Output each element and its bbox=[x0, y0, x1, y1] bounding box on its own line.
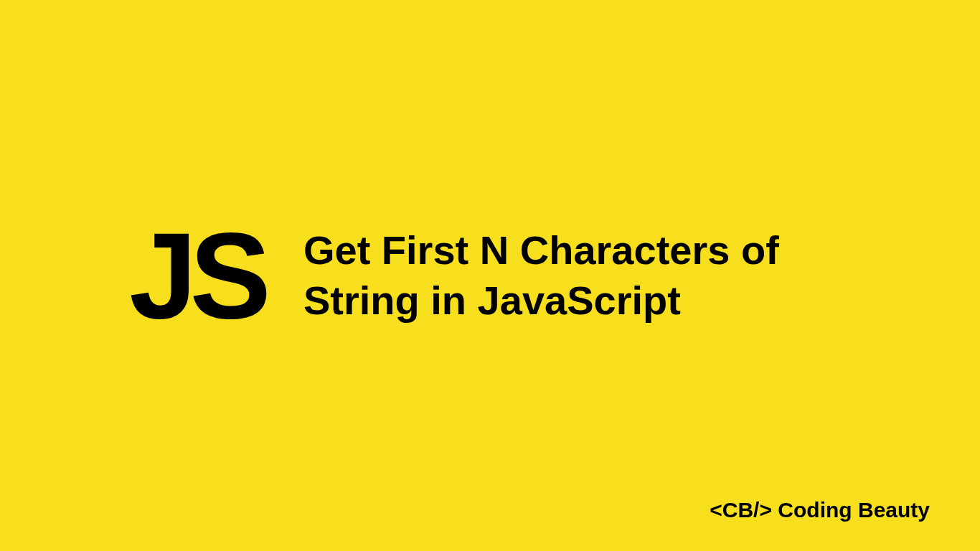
title-line-1: Get First N Characters of bbox=[303, 225, 779, 276]
brand-tag: <CB/> bbox=[710, 498, 772, 522]
article-title: Get First N Characters of String in Java… bbox=[303, 225, 779, 326]
footer-branding: <CB/> Coding Beauty bbox=[710, 498, 930, 522]
title-line-2: String in JavaScript bbox=[303, 276, 779, 326]
main-content: JS Get First N Characters of String in J… bbox=[0, 215, 980, 336]
brand-name: Coding Beauty bbox=[778, 498, 930, 522]
js-logo: JS bbox=[129, 215, 264, 336]
